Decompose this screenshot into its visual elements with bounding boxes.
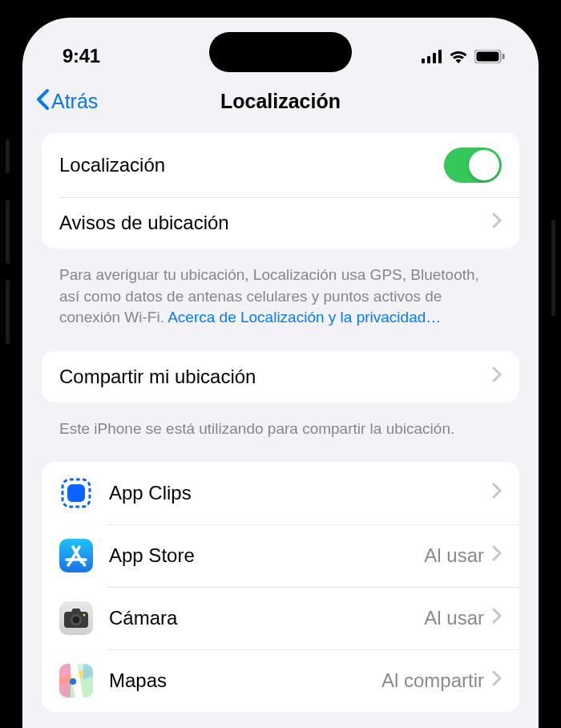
- status-time: 9:41: [63, 45, 100, 67]
- page-title: Localización: [37, 90, 524, 113]
- app-row-maps[interactable]: Mapas Al compartir: [42, 649, 519, 712]
- nav-bar: Atrás Localización: [22, 77, 539, 125]
- share-location-footer: Este iPhone se está utilizando para comp…: [42, 412, 519, 463]
- localization-toggle[interactable]: [444, 148, 502, 183]
- location-alerts-label: Avisos de ubicación: [59, 212, 492, 234]
- volume-up-button: [6, 200, 10, 264]
- app-name: Cámara: [109, 607, 424, 629]
- chevron-right-icon: [492, 670, 502, 691]
- screen: 9:41 Atrás Localización: [22, 18, 539, 728]
- app-permission-value: Al usar: [424, 544, 484, 567]
- svg-rect-5: [477, 51, 499, 61]
- app-name: App Clips: [109, 482, 484, 504]
- app-clips-icon: [59, 476, 93, 510]
- svg-point-17: [83, 614, 86, 617]
- cellular-signal-icon: [422, 50, 442, 63]
- app-permission-value: Al compartir: [381, 669, 484, 692]
- svg-rect-2: [433, 53, 436, 63]
- back-label: Atrás: [51, 90, 98, 113]
- maps-icon: [59, 664, 93, 698]
- app-name: Mapas: [109, 669, 381, 692]
- svg-point-16: [73, 617, 80, 624]
- app-store-icon: [59, 539, 93, 572]
- dynamic-island: [209, 32, 352, 72]
- app-name: App Store: [109, 544, 424, 567]
- chevron-right-icon: [492, 366, 502, 387]
- back-button[interactable]: Atrás: [35, 88, 98, 115]
- silence-switch: [6, 140, 10, 173]
- chevron-right-icon: [492, 483, 502, 504]
- svg-rect-1: [427, 56, 430, 63]
- section-apps: App Clips App Store Al usar: [42, 462, 519, 712]
- chevron-right-icon: [492, 608, 502, 629]
- phone-inner-frame: 9:41 Atrás Localización: [18, 13, 543, 728]
- svg-point-19: [70, 678, 76, 685]
- svg-rect-3: [438, 50, 442, 63]
- svg-rect-6: [502, 54, 505, 59]
- localization-toggle-row[interactable]: Localización: [42, 133, 519, 197]
- app-row-appclips[interactable]: App Clips: [42, 462, 519, 524]
- phone-frame: 9:41 Atrás Localización: [8, 3, 553, 728]
- camera-icon: [59, 601, 93, 635]
- app-row-appstore[interactable]: App Store Al usar: [42, 524, 519, 587]
- status-icons: [422, 50, 505, 63]
- share-location-row[interactable]: Compartir mi ubicación: [42, 351, 519, 402]
- content: Localización Avisos de ubicación Para av…: [22, 125, 539, 712]
- section-share-location: Compartir mi ubicación: [42, 351, 519, 402]
- localization-label: Localización: [59, 154, 444, 176]
- app-row-camera[interactable]: Cámara Al usar: [42, 587, 519, 649]
- svg-line-12: [68, 563, 70, 565]
- chevron-right-icon: [492, 212, 502, 233]
- share-location-label: Compartir mi ubicación: [59, 366, 492, 388]
- volume-down-button: [6, 280, 10, 344]
- toggle-knob: [469, 150, 499, 180]
- location-services-footer: Para averiguar tu ubicación, Localizació…: [42, 258, 519, 351]
- battery-icon: [474, 50, 505, 63]
- svg-rect-8: [67, 484, 85, 502]
- chevron-right-icon: [492, 545, 502, 566]
- chevron-left-icon: [35, 88, 50, 115]
- svg-rect-0: [422, 59, 425, 63]
- svg-line-13: [83, 563, 85, 565]
- location-alerts-row[interactable]: Avisos de ubicación: [42, 197, 519, 249]
- section-location-services: Localización Avisos de ubicación: [42, 133, 519, 249]
- privacy-link[interactable]: Acerca de Localización y la privacidad…: [167, 309, 441, 326]
- power-button: [551, 220, 555, 316]
- app-permission-value: Al usar: [424, 607, 484, 629]
- wifi-icon: [449, 50, 468, 63]
